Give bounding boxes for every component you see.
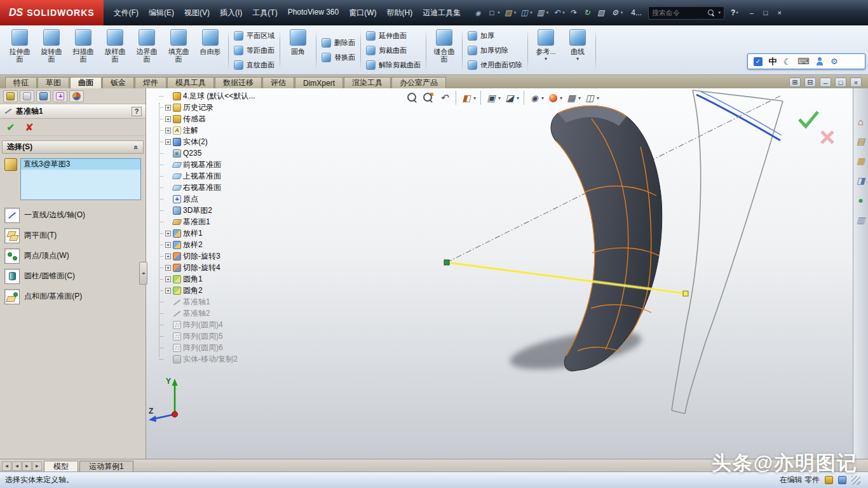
close-doc-icon[interactable]: × xyxy=(850,78,862,87)
command-tab[interactable]: 焊件 xyxy=(135,77,166,88)
ribbon-button[interactable]: 延伸曲面 xyxy=(366,29,421,43)
command-tab[interactable]: 办公室产品 xyxy=(391,77,446,88)
command-tab[interactable]: 数据迁移 xyxy=(215,77,262,88)
ime-settings-icon[interactable] xyxy=(830,57,839,67)
tree-expander[interactable]: + xyxy=(165,128,171,133)
menu-item[interactable]: 插入(I) xyxy=(215,5,247,21)
feature-tree-item[interactable]: 阵列(圆周)5 xyxy=(159,330,287,342)
axis-type-option[interactable]: 两点/顶点(W) xyxy=(4,246,141,266)
axis-type-option[interactable]: 两平面(T) xyxy=(4,226,141,245)
help-button[interactable]: ? ▾ xyxy=(731,8,738,17)
view-orientation-icon[interactable]: ▾ xyxy=(480,91,501,105)
command-tab[interactable]: 钣金 xyxy=(102,77,134,88)
axis-type-option[interactable]: 点和面/基准面(P) xyxy=(4,287,141,306)
dropdown-caret-icon[interactable]: ▾ xyxy=(514,10,517,15)
feature-tree-item[interactable]: Q235 xyxy=(159,147,287,159)
command-tab[interactable]: 曲面 xyxy=(70,77,102,88)
dropdown-caret-icon[interactable]: ▾ xyxy=(541,95,544,101)
command-tab[interactable]: 渲染工具 xyxy=(344,77,391,88)
ribbon-button[interactable]: 解除剪裁曲面 xyxy=(366,58,421,72)
selection-listbox[interactable]: 直线3@草图3 xyxy=(20,158,141,200)
status-config-icon[interactable] xyxy=(838,476,846,484)
quick-tool-button[interactable] xyxy=(595,7,607,18)
zoom-fit-icon[interactable] xyxy=(405,91,420,105)
tree-expander[interactable]: + xyxy=(165,242,171,248)
status-tag-icon[interactable] xyxy=(825,476,833,484)
model-tab[interactable]: 运动算例1 xyxy=(79,461,133,471)
close-button[interactable]: × xyxy=(773,7,787,18)
feature-tree-item[interactable]: 4.足球 (默认<<默认... xyxy=(159,90,287,102)
ribbon-button[interactable]: 自由形 xyxy=(194,27,226,73)
model-body[interactable] xyxy=(551,106,662,371)
dropdown-caret-icon[interactable]: ▾ xyxy=(576,56,579,62)
tree-expander[interactable]: + xyxy=(165,105,171,111)
feature-tree-item[interactable]: + 放样2 xyxy=(159,239,287,250)
quick-tool-button[interactable] xyxy=(472,7,484,18)
collapse-chevron-icon[interactable]: « xyxy=(132,145,141,149)
feature-tree-item[interactable]: 基准轴2 xyxy=(159,308,287,319)
manager-tab[interactable] xyxy=(69,90,84,102)
quick-tool-button[interactable]: ▾ xyxy=(486,7,501,18)
dropdown-caret-icon[interactable]: ▾ xyxy=(546,10,549,15)
pm-help-button[interactable]: ? xyxy=(132,107,142,116)
view-palette-icon[interactable] xyxy=(855,174,867,187)
feature-tree-item[interactable]: + 圆角1 xyxy=(159,273,287,285)
help-caret-icon[interactable]: ▾ xyxy=(736,10,738,15)
ribbon-button[interactable]: 直纹曲面 xyxy=(234,58,275,72)
view-settings-icon[interactable]: ▾ xyxy=(583,91,600,105)
feature-tree-item[interactable]: 阵列(圆周)6 xyxy=(159,342,287,353)
last-tab-button[interactable]: ► xyxy=(32,461,42,471)
ribbon-button[interactable]: 替换面 xyxy=(322,51,355,64)
manager-tab[interactable] xyxy=(20,90,34,102)
previous-view-icon[interactable] xyxy=(437,91,452,105)
menu-item[interactable]: 窗口(W) xyxy=(344,5,381,21)
ribbon-button[interactable]: 填充曲面 xyxy=(163,27,194,73)
tile-window-icon[interactable] xyxy=(789,78,801,87)
feature-tree-item[interactable]: + 放样1 xyxy=(159,227,287,239)
ime-user-icon[interactable] xyxy=(815,57,824,67)
command-tab[interactable]: 模具工具 xyxy=(167,77,214,88)
ribbon-button[interactable]: 拉伸曲面 xyxy=(4,27,36,73)
command-tab[interactable]: 评估 xyxy=(262,77,294,88)
dropdown-caret-icon[interactable]: ▾ xyxy=(530,10,532,15)
tree-expander[interactable]: + xyxy=(165,265,171,271)
search-caret-icon[interactable]: ▾ xyxy=(718,10,721,15)
tree-expander[interactable]: + xyxy=(165,139,171,145)
first-tab-button[interactable]: ◄ xyxy=(2,461,11,471)
dropdown-caret-icon[interactable]: ▾ xyxy=(578,95,581,101)
menu-item[interactable]: 工具(T) xyxy=(247,5,282,21)
ribbon-button[interactable]: 加厚切除 xyxy=(468,44,522,57)
dropdown-caret-icon[interactable]: ▾ xyxy=(597,95,599,101)
ribbon-button[interactable]: 剪裁曲面 xyxy=(366,44,421,57)
ribbon-button[interactable]: 平面区域 xyxy=(234,29,275,43)
hide-show-items-icon[interactable]: ▾ xyxy=(524,91,545,105)
reference-geometry-button[interactable]: 参考... ▾ xyxy=(530,27,562,73)
dropdown-caret-icon[interactable]: ▾ xyxy=(621,10,623,15)
feature-tree-item[interactable]: 上视基准面 xyxy=(159,170,287,182)
menu-item[interactable]: 编辑(E) xyxy=(144,5,179,21)
ribbon-button[interactable]: 等距曲面 xyxy=(234,44,275,57)
ok-button[interactable] xyxy=(6,121,15,133)
quick-tool-button[interactable]: ▾ xyxy=(519,7,533,18)
selection-group-header[interactable]: 选择(S) « xyxy=(2,140,144,154)
cancel-button[interactable] xyxy=(25,121,33,133)
tree-expander[interactable]: + xyxy=(165,231,171,236)
dropdown-caret-icon[interactable]: ▾ xyxy=(560,95,562,101)
command-tab[interactable]: 草图 xyxy=(37,77,69,88)
feature-tree-item[interactable]: + 切除-旋转4 xyxy=(159,262,287,273)
ime-language-label[interactable]: 中 xyxy=(768,57,777,67)
confirmation-corner[interactable] xyxy=(799,112,833,143)
quick-tool-button[interactable] xyxy=(567,7,580,18)
feature-tree-item[interactable]: + 圆角2 xyxy=(159,285,287,296)
command-tab[interactable]: DimXpert xyxy=(295,77,343,88)
feature-tree-item[interactable]: 右视基准面 xyxy=(159,182,287,193)
curves-button[interactable]: 曲线 ▾ xyxy=(562,27,593,73)
feature-tree-item[interactable]: 阵列(圆周)4 xyxy=(159,319,287,330)
dropdown-caret-icon[interactable]: ▾ xyxy=(498,10,500,15)
feature-tree-item[interactable]: + 历史记录 xyxy=(159,102,287,113)
reference-wireframe[interactable] xyxy=(672,90,783,414)
menu-item[interactable]: PhotoView 360 xyxy=(283,5,344,21)
apply-scene-icon[interactable]: ▾ xyxy=(564,91,581,105)
command-search[interactable]: ▾ xyxy=(648,6,724,20)
tree-expander[interactable]: + xyxy=(165,288,171,294)
